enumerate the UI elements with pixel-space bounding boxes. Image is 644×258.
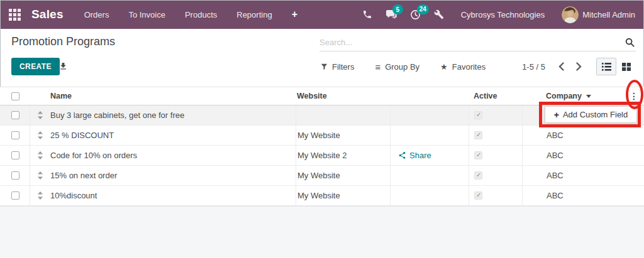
cell-website: My Website (296, 126, 390, 145)
cell-name: 15% on next order (50, 166, 296, 185)
cell-website (296, 105, 390, 125)
drag-handle-icon[interactable] (30, 146, 50, 165)
row-checkbox[interactable] (11, 131, 19, 139)
search-input[interactable] (319, 38, 624, 47)
promotion-programs-list: Name Website Active Company ⋮ Buy 3 larg… (0, 87, 644, 206)
active-checkbox[interactable] (474, 151, 482, 159)
list-row-3[interactable]: Code for 10% on orders My Website 2 Shar… (0, 146, 644, 166)
list-row-4[interactable]: 15% on next order My Website ABC (0, 166, 644, 186)
list-header-row: Name Website Active Company ⋮ (0, 87, 644, 105)
active-checkbox[interactable] (474, 191, 482, 200)
list-view-button[interactable] (596, 58, 616, 75)
share-button[interactable]: Share (398, 151, 431, 160)
favorites-button[interactable]: ★ Favorites (440, 62, 486, 72)
page-title: Promotion Programs (11, 35, 115, 48)
drag-handle-icon[interactable] (30, 105, 50, 125)
optional-columns-icon[interactable]: ⋮ (630, 87, 638, 105)
filters-button[interactable]: Filters (321, 62, 354, 72)
list-row-5[interactable]: 10%discount My Website ABC (0, 186, 644, 206)
drag-handle-icon[interactable] (30, 126, 50, 145)
navbar-right: 5 24 Cybrosys Technologies Mitchell Admi… (362, 6, 635, 23)
select-all-checkbox[interactable] (11, 92, 19, 100)
pager: 1-5 / 5 (522, 58, 636, 75)
column-header-company[interactable]: Company (522, 87, 644, 105)
cell-website: My Website (296, 186, 390, 205)
search-bar (319, 34, 636, 51)
cell-company: ABC (522, 126, 644, 145)
list-view-icon (602, 63, 611, 71)
activities-badge: 24 (417, 4, 429, 14)
kanban-view-button[interactable] (616, 58, 636, 75)
active-checkbox[interactable] (474, 111, 482, 119)
cell-company: ABC (522, 166, 644, 185)
cell-company: ABC (522, 186, 644, 205)
nav-menu: Orders To Invoice Products Reporting (84, 10, 272, 19)
row-checkbox[interactable] (11, 171, 19, 180)
app-name[interactable]: Sales (31, 8, 64, 21)
column-header-name[interactable]: Name (50, 87, 296, 105)
cell-name: 10%discount (50, 186, 296, 205)
active-checkbox[interactable] (474, 131, 482, 139)
nav-item-orders[interactable]: Orders (84, 10, 109, 19)
export-icon[interactable] (58, 62, 68, 71)
avatar (562, 6, 579, 23)
add-custom-field-menu-item[interactable]: + Add Custom Field (545, 106, 637, 123)
cell-company: ABC (522, 146, 644, 165)
user-name: Mitchell Admin (582, 10, 635, 19)
content-background (0, 206, 644, 258)
add-custom-field-label: Add Custom Field (563, 110, 628, 119)
company-switcher[interactable]: Cybrosys Technologies (461, 10, 545, 19)
pager-previous-icon[interactable] (557, 61, 565, 72)
filter-icon (321, 63, 328, 70)
cell-website: My Website 2 (296, 146, 390, 165)
list-row-2[interactable]: 25 % DISCOUNT My Website ABC (0, 126, 644, 146)
group-by-icon: ≡ (375, 62, 380, 72)
row-checkbox[interactable] (11, 191, 19, 200)
pager-range: 1-5 / 5 (522, 62, 545, 72)
nav-item-products[interactable]: Products (185, 10, 217, 19)
cell-name: 25 % DISCOUNT (50, 126, 296, 145)
create-button[interactable]: CREATE (11, 58, 60, 75)
activities-icon[interactable]: 24 (410, 9, 421, 20)
nav-plus-button[interactable]: + (292, 9, 297, 20)
share-icon (398, 151, 406, 159)
view-switcher (596, 58, 636, 75)
plus-icon: + (554, 110, 559, 120)
star-icon: ★ (440, 63, 448, 71)
column-header-website[interactable]: Website (296, 87, 390, 105)
cell-name: Code for 10% on orders (50, 146, 296, 165)
group-by-button[interactable]: ≡ Group By (375, 62, 419, 72)
cell-website: My Website (296, 166, 390, 185)
cell-name: Buy 3 large cabinets, get one for free (50, 105, 296, 125)
search-icon[interactable] (624, 36, 636, 48)
messages-badge: 5 (392, 4, 403, 14)
nav-item-reporting[interactable]: Reporting (236, 10, 272, 19)
search-options: Filters ≡ Group By ★ Favorites (321, 58, 486, 75)
phone-icon[interactable] (362, 9, 372, 19)
nav-item-to-invoice[interactable]: To Invoice (128, 10, 165, 19)
messages-icon[interactable]: 5 (386, 9, 397, 19)
drag-handle-icon[interactable] (30, 166, 50, 185)
pager-next-icon[interactable] (575, 61, 583, 72)
row-checkbox[interactable] (11, 151, 19, 159)
user-menu[interactable]: Mitchell Admin (562, 6, 635, 23)
apps-menu-icon[interactable] (9, 9, 21, 21)
row-checkbox[interactable] (11, 111, 19, 119)
sort-desc-icon (586, 95, 591, 98)
column-header-active[interactable]: Active (469, 87, 522, 105)
tools-icon[interactable] (434, 9, 444, 19)
drag-handle-icon[interactable] (30, 186, 50, 205)
kanban-view-icon (622, 63, 631, 71)
top-navbar: Sales Orders To Invoice Products Reporti… (0, 0, 644, 29)
active-checkbox[interactable] (474, 171, 482, 180)
